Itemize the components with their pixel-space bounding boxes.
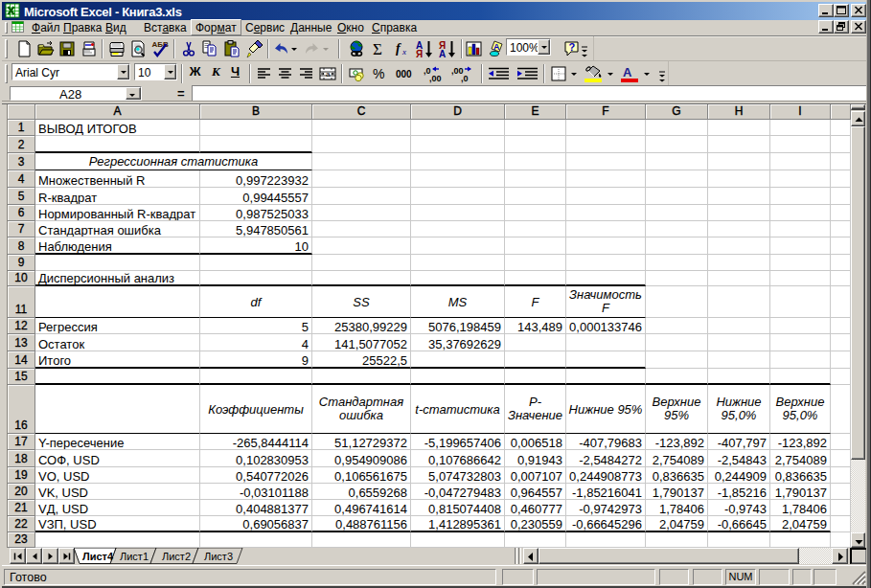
svg-text:Лист4: Лист4 xyxy=(82,551,114,562)
svg-text:,00: ,00 xyxy=(429,74,442,83)
svg-text:f: f xyxy=(396,41,401,56)
svg-text:,0: ,0 xyxy=(461,74,469,83)
svg-text:Лист1: Лист1 xyxy=(120,551,149,562)
svg-text:Σ: Σ xyxy=(373,40,382,58)
svg-text:000: 000 xyxy=(396,69,412,79)
svg-text:Я: Я xyxy=(416,49,423,58)
svg-text:А: А xyxy=(439,49,446,58)
svg-text:%: % xyxy=(373,66,384,81)
svg-text:x: x xyxy=(401,47,406,57)
svg-text:a: a xyxy=(326,70,331,79)
svg-text:Лист3: Лист3 xyxy=(204,551,233,562)
svg-text:?: ? xyxy=(569,41,576,53)
svg-text:A: A xyxy=(493,42,500,52)
svg-text:А: А xyxy=(623,65,632,79)
svg-text:Лист2: Лист2 xyxy=(162,551,191,562)
